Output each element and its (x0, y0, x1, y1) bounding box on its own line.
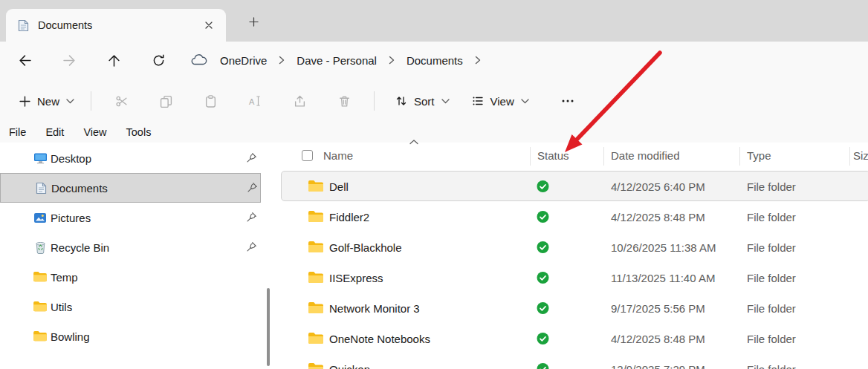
forward-button[interactable] (56, 47, 82, 74)
sidebar-scrollbar[interactable] (267, 288, 270, 366)
sidebar-item-utils[interactable]: Utils (0, 292, 261, 321)
file-row-golf-blackhole[interactable]: Golf-Blackhole 10/26/2025 11:38 AM File … (279, 232, 868, 262)
column-header-date-modified[interactable]: Date modified (611, 149, 680, 162)
chevron-right-icon[interactable] (475, 56, 481, 65)
column-header-size[interactable]: Size (853, 149, 868, 162)
sidebar-item-desktop[interactable]: Desktop (0, 143, 261, 173)
sync-status-icon (537, 362, 549, 369)
menu-edit[interactable]: Edit (43, 125, 66, 140)
file-name: IISExpress (329, 271, 383, 284)
chevron-right-icon[interactable] (279, 56, 285, 65)
column-header-status[interactable]: Status (537, 149, 569, 162)
file-explorer-window: Documents (0, 0, 868, 369)
file-row-quicken[interactable]: Quicken 12/9/2025 7:29 PM File folder (279, 353, 868, 369)
select-all-checkbox[interactable] (302, 150, 313, 161)
tab-strip: Documents (0, 0, 868, 42)
sidebar-item-temp[interactable]: Temp (0, 262, 261, 292)
column-divider[interactable] (849, 147, 850, 166)
breadcrumb-item-dave-personal[interactable]: Dave - Personal (297, 54, 377, 67)
file-row-iisexpress[interactable]: IISExpress 11/13/2025 11:40 AM File fold… (279, 262, 868, 293)
refresh-button[interactable] (145, 47, 172, 74)
folder-icon (33, 270, 48, 284)
sidebar: Desktop (0, 143, 262, 369)
file-row-fiddler2[interactable]: Fiddler2 4/12/2025 8:48 PM File folder (279, 201, 868, 232)
share-icon (294, 95, 306, 108)
file-row-onenote-notebooks[interactable]: OneNote Notebooks 4/12/2025 8:48 PM File… (279, 323, 868, 353)
sidebar-item-label: Documents (51, 182, 108, 195)
column-divider[interactable] (739, 147, 740, 166)
chevron-down-icon (441, 99, 450, 104)
tab-close-button[interactable] (199, 16, 218, 35)
sync-status-icon (537, 180, 549, 192)
file-row-dell[interactable]: Dell 4/12/2025 6:40 PM File folder (279, 171, 868, 201)
scissors-icon (115, 95, 128, 108)
back-button[interactable] (11, 47, 38, 74)
content-area: Desktop (0, 143, 868, 369)
column-header-type[interactable]: Type (747, 149, 771, 162)
view-button[interactable]: View (463, 89, 538, 114)
up-button[interactable] (100, 47, 127, 74)
sidebar-item-label: Recycle Bin (51, 241, 109, 254)
new-tab-button[interactable] (242, 12, 265, 31)
sidebar-item-recycle-bin[interactable]: Recycle Bin (0, 232, 261, 262)
trash-icon (338, 95, 351, 108)
close-icon (205, 22, 213, 29)
chevron-down-icon (521, 99, 529, 104)
breadcrumb-item-onedrive[interactable]: OneDrive (220, 54, 267, 67)
folder-icon (308, 332, 324, 345)
sidebar-item-pictures[interactable]: Pictures (0, 203, 261, 232)
folder-icon (33, 299, 48, 314)
sort-button[interactable]: Sort (386, 89, 459, 114)
share-button[interactable] (277, 86, 322, 116)
copy-button[interactable] (143, 86, 188, 116)
file-type: File folder (747, 180, 796, 192)
column-divider[interactable] (530, 147, 531, 166)
date-modified: 10/26/2025 11:38 AM (611, 241, 716, 253)
file-type: File folder (747, 332, 796, 344)
date-modified: 4/12/2025 8:48 PM (611, 332, 705, 344)
menu-view[interactable]: View (81, 125, 108, 140)
refresh-icon (152, 54, 165, 67)
file-name: Dell (329, 180, 349, 192)
folder-icon (308, 362, 324, 369)
rename-button[interactable]: A (233, 86, 277, 116)
menu-bar: File Edit View Tools (0, 122, 868, 143)
file-row-network-monitor-3[interactable]: Network Monitor 3 9/17/2025 5:56 PM File… (279, 293, 868, 323)
date-modified: 4/12/2025 8:48 PM (611, 210, 705, 223)
cut-button[interactable] (99, 86, 143, 116)
column-divider[interactable] (603, 147, 604, 166)
tab-documents[interactable]: Documents (6, 9, 226, 42)
desktop-icon (33, 151, 48, 166)
sidebar-item-bowling[interactable]: Bowling (0, 321, 261, 351)
new-button[interactable]: New (10, 89, 83, 114)
file-list: Name Status Date modified Type Size Dell (279, 143, 868, 369)
sort-ascending-icon[interactable] (409, 140, 418, 145)
file-name: Network Monitor 3 (329, 301, 420, 314)
column-header-name[interactable]: Name (323, 149, 353, 162)
breadcrumb-item-documents[interactable]: Documents (407, 54, 463, 67)
sync-status-icon (537, 241, 549, 253)
more-options-button[interactable] (551, 86, 584, 116)
file-type: File folder (747, 210, 796, 223)
view-icon (472, 95, 484, 107)
copy-icon (160, 95, 172, 108)
folder-icon (308, 180, 324, 193)
file-type: File folder (747, 362, 796, 369)
menu-tools[interactable]: Tools (124, 125, 154, 140)
sidebar-item-label: Bowling (51, 330, 90, 343)
chevron-right-icon[interactable] (389, 56, 395, 65)
sync-status-icon (537, 332, 549, 344)
menu-file[interactable]: File (7, 125, 28, 140)
ellipsis-icon (562, 99, 574, 102)
sidebar-item-label: Utils (51, 301, 72, 313)
tab-title: Documents (38, 19, 199, 31)
sidebar-item-documents[interactable]: Documents (0, 173, 261, 203)
toolbar-divider (374, 91, 375, 111)
paste-button[interactable] (188, 86, 233, 116)
folder-icon (308, 301, 324, 315)
delete-button[interactable] (322, 86, 366, 116)
sync-status-icon (537, 210, 549, 223)
recycle-bin-icon (33, 240, 48, 255)
file-name: Quicken (329, 362, 370, 369)
folder-icon (308, 210, 324, 223)
